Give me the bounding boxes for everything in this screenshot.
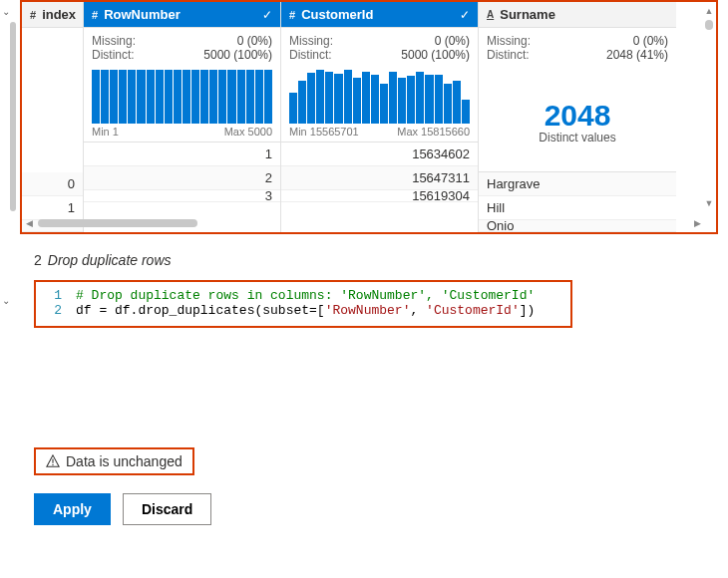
horizontal-scrollbar[interactable]: ◀ ▶	[24, 216, 702, 230]
text-type-icon: A	[487, 9, 494, 20]
distinct-count-label: Distinct values	[539, 131, 615, 144]
checkmark-icon: ✓	[262, 8, 272, 22]
status-message: Data is unchanged	[34, 447, 194, 475]
column-label: RowNumber	[104, 7, 256, 22]
step-title: 2Drop duplicate rows	[34, 252, 718, 268]
apply-button[interactable]: Apply	[34, 493, 111, 525]
column-stats: Missing:0 (0%) Distinct:2048 (41%)	[479, 28, 676, 66]
column-header-customerid[interactable]: # CustomerId ✓	[281, 2, 478, 28]
gutter-chevron-icon: ⌄	[2, 295, 10, 306]
scroll-up-icon[interactable]: ▲	[704, 6, 714, 16]
histogram-customerid	[281, 66, 478, 124]
scroll-down-icon[interactable]: ▼	[704, 198, 714, 208]
column-label: CustomerId	[301, 7, 454, 22]
column-label: index	[42, 7, 76, 22]
column-stats: Missing:0 (0%) Distinct:5000 (100%)	[84, 28, 280, 66]
gutter-bar[interactable]	[10, 22, 16, 211]
number-type-icon: #	[92, 9, 98, 21]
column-label: Surname	[500, 7, 668, 22]
histogram-range: Min 15565701 Max 15815660	[281, 124, 478, 143]
column-header-index[interactable]: # index	[22, 2, 83, 28]
scroll-right-icon[interactable]: ▶	[692, 218, 702, 228]
histogram-range: Min 1 Max 5000	[84, 124, 280, 143]
code-editor[interactable]: 1 # Drop duplicate rows in columns: 'Row…	[34, 280, 572, 328]
cell-rownumber: 2	[84, 170, 280, 185]
distinct-count-value: 2048	[545, 99, 611, 133]
code-comment: # Drop duplicate rows in columns: 'RowNu…	[76, 288, 535, 303]
checkmark-icon: ✓	[460, 8, 470, 22]
cell-index: 1	[22, 200, 83, 215]
svg-point-1	[52, 464, 53, 465]
cell-surname: Hargrave	[479, 176, 676, 191]
line-number: 2	[42, 303, 62, 318]
status-text: Data is unchanged	[66, 453, 182, 469]
cell-index: 0	[22, 176, 83, 191]
gutter-chevron-icon: ⌄	[2, 6, 10, 17]
scroll-left-icon[interactable]: ◀	[24, 218, 34, 228]
line-number: 1	[42, 288, 62, 303]
number-type-icon: #	[30, 9, 36, 21]
cell-customerid: 15647311	[281, 170, 478, 185]
column-header-rownumber[interactable]: # RowNumber ✓	[84, 2, 280, 28]
discard-button[interactable]: Discard	[123, 493, 211, 525]
cell-rownumber: 1	[84, 146, 280, 161]
scrollbar-thumb[interactable]	[705, 20, 713, 30]
cell-customerid: 15634602	[281, 146, 478, 161]
column-header-surname[interactable]: A Surname	[479, 2, 676, 28]
cell-surname: Hill	[479, 200, 676, 215]
code-text: df = df.drop_duplicates(subset=['RowNumb…	[76, 303, 535, 318]
scrollbar-thumb[interactable]	[38, 219, 197, 227]
warning-icon	[46, 454, 60, 468]
number-type-icon: #	[289, 9, 295, 21]
data-preview-panel: # index .. 0 1 # RowNumber ✓	[20, 0, 718, 234]
column-stats: Missing:0 (0%) Distinct:5000 (100%)	[281, 28, 478, 66]
histogram-rownumber	[84, 66, 280, 124]
vertical-scrollbar[interactable]: ▲ ▼	[704, 6, 714, 208]
